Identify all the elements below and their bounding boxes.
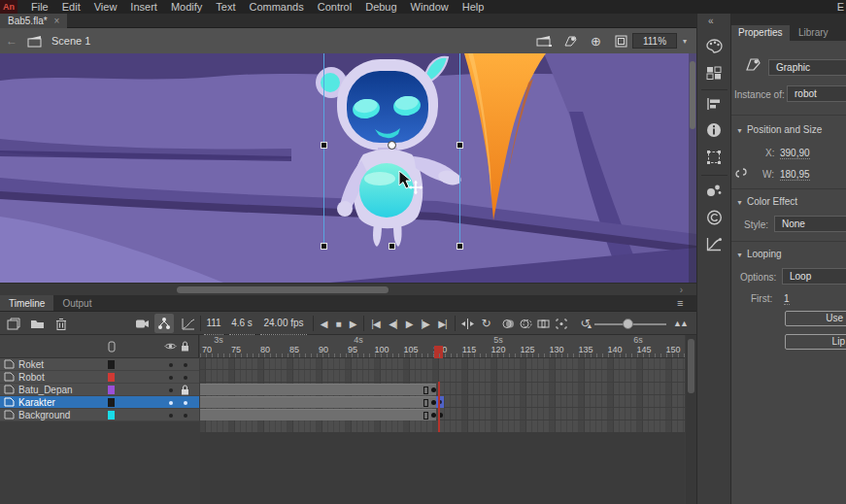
layer-row-batu-depan[interactable]: Batu_Depan: [0, 384, 199, 396]
color-panel-icon[interactable]: [706, 39, 723, 53]
selection-handle-bottom-right[interactable]: [457, 243, 463, 250]
lock-dot[interactable]: [184, 414, 187, 418]
selection-edge-left[interactable]: [323, 53, 324, 247]
lock-dot[interactable]: [184, 376, 187, 380]
graph-editor-button[interactable]: [179, 312, 198, 335]
visibility-dot[interactable]: [169, 363, 173, 367]
loop-playback-button[interactable]: ↻: [478, 312, 493, 335]
w-value[interactable]: 180,95: [780, 169, 810, 181]
visibility-dot[interactable]: [169, 414, 173, 418]
camera-button[interactable]: [132, 312, 152, 335]
new-folder-button[interactable]: [27, 312, 47, 335]
tab-properties[interactable]: Properties: [731, 25, 790, 41]
frame-span-background[interactable]: [200, 409, 436, 420]
menu-view[interactable]: View: [94, 0, 118, 14]
menu-help[interactable]: Help: [462, 0, 485, 14]
close-icon[interactable]: ×: [54, 16, 60, 26]
symbol-type-dropdown[interactable]: Graphic: [768, 59, 846, 76]
timeline-vertical-scrollbar[interactable]: [686, 335, 696, 504]
visibility-dot[interactable]: [169, 376, 173, 380]
style-dropdown[interactable]: None: [774, 216, 846, 232]
selection-handle-mid-right[interactable]: [457, 142, 463, 149]
frame-span-karakter[interactable]: [200, 396, 436, 408]
lock-icon[interactable]: [181, 341, 189, 352]
eye-icon[interactable]: [164, 342, 177, 351]
layer-color-swatch[interactable]: [108, 373, 115, 382]
layer-row-robot[interactable]: Robot: [0, 371, 199, 384]
motion-editor-icon[interactable]: [706, 237, 722, 252]
panel-menu-icon[interactable]: ≡: [677, 295, 683, 311]
align-panel-icon[interactable]: [706, 97, 722, 111]
visibility-dot[interactable]: [169, 401, 173, 405]
cc-libraries-icon[interactable]: [706, 210, 723, 225]
selection-edge-right[interactable]: [459, 53, 460, 247]
step-back-one-frame-button[interactable]: ◀|: [385, 312, 401, 335]
tab-output[interactable]: Output: [53, 295, 100, 311]
clip-content-button[interactable]: [615, 28, 627, 53]
menu-commands[interactable]: Commands: [249, 0, 303, 14]
section-looping[interactable]: ▼Looping: [736, 249, 782, 259]
transform-panel-icon[interactable]: [706, 150, 722, 165]
stage-canvas[interactable]: [0, 53, 696, 283]
layer-color-swatch[interactable]: [108, 398, 115, 407]
menu-file[interactable]: File: [31, 0, 49, 14]
timeline-zoom-out-icon[interactable]: ▲: [583, 314, 596, 337]
expand-panels-icon[interactable]: «: [708, 16, 714, 26]
play-reverse-button[interactable]: ◀: [317, 312, 330, 335]
link-width-height-icon[interactable]: [734, 167, 748, 179]
section-color-effect[interactable]: ▼Color Effect: [736, 196, 797, 207]
menu-text[interactable]: Text: [216, 0, 235, 14]
stage-vertical-scrollbar[interactable]: [689, 53, 696, 283]
brush-library-icon[interactable]: [706, 183, 722, 197]
section-position-size[interactable]: ▼Position and Size: [736, 124, 822, 135]
swatches-panel-icon[interactable]: [706, 66, 722, 80]
edit-symbols-button[interactable]: [563, 28, 578, 53]
use-frame-picker-button[interactable]: Use Fra: [785, 311, 846, 326]
x-value[interactable]: 390,90: [780, 148, 810, 159]
info-panel-icon[interactable]: [706, 122, 722, 138]
frame-rate[interactable]: 24.00 fps: [260, 312, 307, 335]
timeline-ruler[interactable]: 3s 4s 5s 6s 70 75 80 85 90 95 100 105 11…: [200, 335, 685, 358]
menu-edit[interactable]: Edit: [62, 0, 81, 14]
modify-markers-button[interactable]: [553, 312, 569, 335]
layer-locked-icon[interactable]: [181, 385, 189, 395]
go-to-last-frame-button[interactable]: ▶|: [434, 312, 451, 335]
selection-handle-mid-left[interactable]: [321, 142, 327, 149]
current-frame-counter[interactable]: 111: [204, 312, 223, 335]
go-to-first-frame-button[interactable]: |◀: [367, 312, 384, 335]
stage-horizontal-scrollbar[interactable]: ›: [0, 283, 696, 295]
scrollbar-thumb[interactable]: [177, 286, 389, 293]
menu-debug[interactable]: Debug: [365, 0, 396, 14]
visibility-dot[interactable]: [169, 388, 173, 392]
center-stage-button[interactable]: ⊕: [591, 28, 601, 53]
menu-insert[interactable]: Insert: [130, 0, 157, 14]
lip-syncing-button[interactable]: Lip S: [785, 334, 846, 350]
frame-grid[interactable]: [200, 358, 685, 432]
selection-handle-bottom-center[interactable]: [389, 243, 395, 250]
menu-modify[interactable]: Modify: [171, 0, 202, 14]
play-forward-button[interactable]: ▶: [346, 312, 359, 335]
timeline-zoom-knob[interactable]: [623, 319, 633, 329]
play-button[interactable]: ▶: [402, 312, 416, 335]
stop-button[interactable]: ■: [331, 312, 345, 335]
layer-row-background[interactable]: Background: [0, 409, 199, 421]
edit-multiple-frames-button[interactable]: [535, 312, 552, 335]
loop-options-dropdown[interactable]: Loop: [782, 268, 846, 285]
layer-color-swatch[interactable]: [108, 360, 115, 369]
stage-zoom-select[interactable]: 111%: [632, 33, 677, 49]
timeline-zoom-in-icon[interactable]: ▲▲: [670, 312, 690, 335]
layer-color-swatch[interactable]: [108, 386, 115, 394]
selection-handle-bottom-left[interactable]: [321, 243, 327, 250]
instance-name-field[interactable]: robot: [787, 85, 846, 102]
workspace-switcher-partial[interactable]: E: [837, 1, 844, 13]
document-tab[interactable]: Bab5.fla* ×: [0, 14, 67, 28]
lock-dot[interactable]: [184, 401, 187, 405]
menu-window[interactable]: Window: [411, 0, 449, 14]
delete-layer-button[interactable]: [51, 312, 71, 335]
layer-parenting-button[interactable]: [154, 314, 174, 333]
chevron-down-icon[interactable]: ▾: [683, 37, 687, 46]
onion-skin-outlines-button[interactable]: [518, 312, 534, 335]
step-forward-one-frame-button[interactable]: |▶: [417, 312, 433, 335]
layer-row-roket[interactable]: Roket: [0, 358, 199, 371]
lock-dot[interactable]: [184, 363, 187, 367]
